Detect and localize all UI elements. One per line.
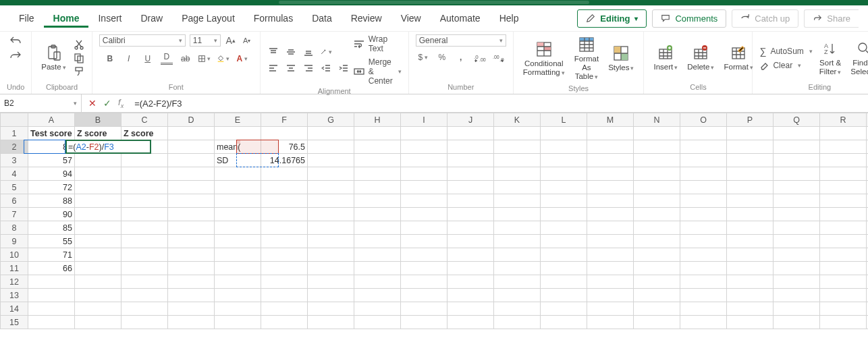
cell-Q12[interactable] [774, 275, 820, 289]
menu-automate[interactable]: Automate [431, 9, 490, 28]
cell-C5[interactable] [121, 181, 168, 194]
cell-K12[interactable] [494, 275, 541, 289]
col-header-B[interactable]: B [75, 113, 121, 127]
cell-H15[interactable] [354, 316, 401, 329]
cell-H11[interactable] [354, 262, 401, 275]
cell-O2[interactable] [680, 140, 727, 154]
cell-H8[interactable] [354, 221, 401, 235]
cell-A14[interactable] [28, 302, 75, 316]
row-header-9[interactable]: 9 [1, 235, 28, 248]
font-name-select[interactable]: Calibri▾ [99, 34, 186, 47]
cell-N13[interactable] [634, 289, 680, 302]
cell-N4[interactable] [634, 167, 680, 181]
col-header-F[interactable]: F [261, 113, 308, 127]
cell-O3[interactable] [680, 154, 727, 167]
share-button[interactable]: Share [804, 9, 859, 28]
cell-O6[interactable] [680, 194, 727, 208]
cell-M13[interactable] [587, 289, 634, 302]
cell-Q3[interactable] [774, 154, 820, 167]
merge-center-button[interactable]: Merge & Center [354, 57, 402, 86]
insert-cells-button[interactable]: Insert [651, 42, 680, 73]
cell-G3[interactable] [308, 154, 354, 167]
cell-A6[interactable]: 88 [28, 194, 75, 208]
cell-R8[interactable] [820, 221, 867, 235]
paste-button[interactable]: Paste [38, 42, 68, 73]
col-header-G[interactable]: G [308, 113, 354, 127]
cell-A10[interactable]: 71 [28, 248, 75, 262]
cell-M10[interactable] [587, 248, 634, 262]
cell-D2[interactable] [168, 140, 215, 154]
align-center-icon[interactable] [285, 63, 297, 74]
cell-I15[interactable] [401, 316, 447, 329]
fx-icon[interactable]: fx [118, 97, 124, 109]
clear-button[interactable]: Clear [759, 61, 812, 70]
cell-J8[interactable] [447, 221, 494, 235]
cell-L1[interactable] [541, 127, 587, 140]
cell-J14[interactable] [447, 302, 494, 316]
cell-P15[interactable] [727, 316, 774, 329]
align-right-icon[interactable] [302, 63, 315, 74]
currency-icon[interactable]: $ [417, 52, 429, 63]
cell-A9[interactable]: 55 [28, 235, 75, 248]
cell-K8[interactable] [494, 221, 541, 235]
cell-C11[interactable] [121, 262, 168, 275]
col-header-C[interactable]: C [121, 113, 168, 127]
cell-M11[interactable] [587, 262, 634, 275]
cell-I8[interactable] [401, 221, 447, 235]
menu-draw[interactable]: Draw [131, 9, 172, 28]
cell-G5[interactable] [308, 181, 354, 194]
grow-font-icon[interactable]: A▴ [225, 35, 237, 46]
cell-P1[interactable] [727, 127, 774, 140]
cell-G1[interactable] [308, 127, 354, 140]
cell-P11[interactable] [727, 262, 774, 275]
cell-L14[interactable] [541, 302, 587, 316]
cell-A12[interactable] [28, 275, 75, 289]
font-color-icon[interactable]: A [236, 53, 248, 64]
cell-F10[interactable] [261, 248, 308, 262]
comma-icon[interactable]: , [455, 52, 467, 63]
cell-N6[interactable] [634, 194, 680, 208]
cell-Q8[interactable] [774, 221, 820, 235]
cell-G2[interactable] [308, 140, 354, 154]
editing-mode-button[interactable]: Editing ▾ [577, 9, 647, 28]
cell-F4[interactable] [261, 167, 308, 181]
cell-R12[interactable] [820, 275, 867, 289]
cell-L12[interactable] [541, 275, 587, 289]
col-header-J[interactable]: J [447, 113, 494, 127]
cell-H4[interactable] [354, 167, 401, 181]
cell-J11[interactable] [447, 262, 494, 275]
cell-G14[interactable] [308, 302, 354, 316]
cell-O13[interactable] [680, 289, 727, 302]
cell-N15[interactable] [634, 316, 680, 329]
cell-C13[interactable] [121, 289, 168, 302]
cell-E12[interactable] [215, 275, 261, 289]
cell-D9[interactable] [168, 235, 215, 248]
cell-P9[interactable] [727, 235, 774, 248]
cell-K5[interactable] [494, 181, 541, 194]
align-left-icon[interactable] [267, 63, 279, 74]
cell-P10[interactable] [727, 248, 774, 262]
row-header-3[interactable]: 3 [1, 154, 28, 167]
enter-icon[interactable]: ✓ [103, 98, 111, 109]
cell-L11[interactable] [541, 262, 587, 275]
cell-F13[interactable] [261, 289, 308, 302]
delete-cells-button[interactable]: Delete [684, 42, 717, 73]
row-header-11[interactable]: 11 [1, 262, 28, 275]
cell-R6[interactable] [820, 194, 867, 208]
cell-J15[interactable] [447, 316, 494, 329]
cell-L2[interactable] [541, 140, 587, 154]
cell-R15[interactable] [820, 316, 867, 329]
col-header-Q[interactable]: Q [774, 113, 820, 127]
underline-icon[interactable]: U [142, 53, 154, 64]
cell-Q5[interactable] [774, 181, 820, 194]
align-top-icon[interactable] [267, 47, 279, 57]
cell-O4[interactable] [680, 167, 727, 181]
cell-C15[interactable] [121, 316, 168, 329]
cell-G7[interactable] [308, 208, 354, 221]
cell-E10[interactable] [215, 248, 261, 262]
cell-D12[interactable] [168, 275, 215, 289]
cell-G9[interactable] [308, 235, 354, 248]
cut-icon[interactable] [73, 39, 85, 50]
format-as-table-button[interactable]: Format As Table [572, 34, 601, 83]
cell-P14[interactable] [727, 302, 774, 316]
